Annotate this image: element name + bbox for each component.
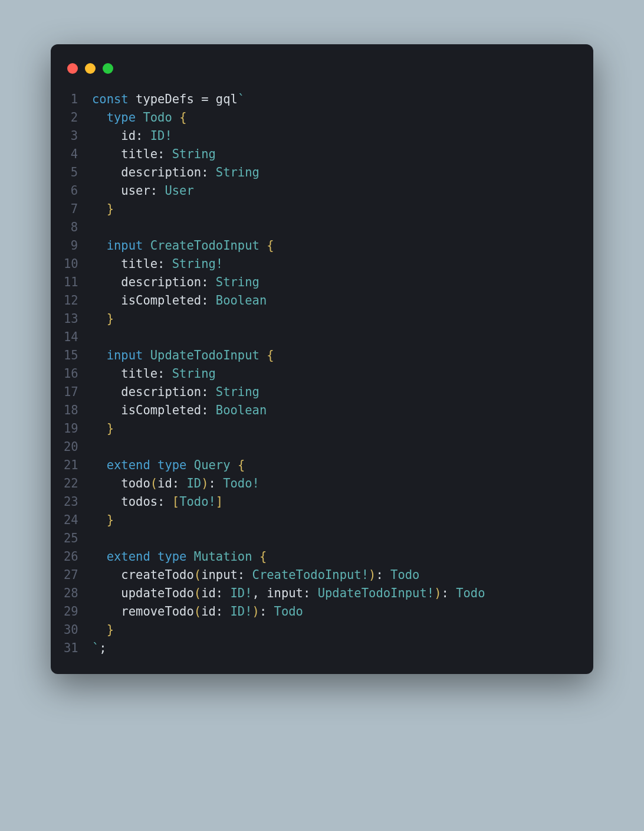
line-content: type Todo { xyxy=(92,109,580,127)
line-number: 11 xyxy=(64,273,92,292)
code-line: 3 id: ID! xyxy=(64,127,580,145)
line-number: 16 xyxy=(64,365,92,383)
code-token: description xyxy=(92,165,201,179)
code-token xyxy=(92,312,107,326)
line-content: title: String xyxy=(92,365,580,383)
code-token: Boolean xyxy=(216,403,267,417)
code-token: : xyxy=(157,495,172,509)
traffic-light-zoom-icon[interactable] xyxy=(103,63,113,74)
code-token: } xyxy=(107,421,114,436)
code-token: : xyxy=(376,568,390,582)
code-token: ; xyxy=(99,641,106,655)
code-token: ID xyxy=(186,476,201,490)
line-content: updateTodo(id: ID!, input: UpdateTodoInp… xyxy=(92,584,580,603)
code-token: { xyxy=(267,238,274,253)
code-token: ) xyxy=(369,568,376,582)
code-line: 6 user: User xyxy=(64,182,580,200)
code-token: extend xyxy=(107,549,157,564)
code-token: ID xyxy=(150,129,165,143)
line-number: 25 xyxy=(64,529,92,548)
code-token: type xyxy=(157,549,194,564)
line-number: 24 xyxy=(64,511,92,529)
code-line: 10 title: String! xyxy=(64,255,580,273)
code-line: 23 todos: [Todo!] xyxy=(64,493,580,511)
code-token: : xyxy=(157,367,172,381)
code-token: typeDefs xyxy=(136,92,201,106)
line-number: 14 xyxy=(64,328,92,346)
code-token: ! xyxy=(245,586,252,600)
line-content: } xyxy=(92,200,580,218)
code-token: } xyxy=(107,202,114,216)
code-token: UpdateTodoInput xyxy=(150,348,267,362)
code-line: 9 input CreateTodoInput { xyxy=(64,237,580,255)
code-token xyxy=(92,202,107,216)
line-number: 1 xyxy=(64,90,92,109)
line-number: 31 xyxy=(64,639,92,657)
code-token xyxy=(92,348,107,362)
code-token: updateTodo xyxy=(92,586,194,600)
code-token: title xyxy=(92,367,157,381)
code-line: 25 xyxy=(64,529,580,548)
code-line: 17 description: String xyxy=(64,383,580,401)
line-content: description: String xyxy=(92,163,580,182)
line-content: `; xyxy=(92,639,580,657)
traffic-light-close-icon[interactable] xyxy=(67,63,78,74)
code-token: Boolean xyxy=(216,293,267,307)
code-window: 1const typeDefs = gql`2 type Todo {3 id:… xyxy=(51,44,593,674)
code-token: : xyxy=(201,165,216,179)
code-line: 12 isCompleted: Boolean xyxy=(64,292,580,310)
traffic-light-minimize-icon[interactable] xyxy=(85,63,96,74)
code-token: isCompleted xyxy=(92,293,201,307)
line-content: title: String! xyxy=(92,255,580,273)
code-token: ( xyxy=(194,568,201,582)
line-content xyxy=(92,218,580,237)
code-line: 5 description: String xyxy=(64,163,580,182)
code-token: Todo xyxy=(274,604,303,619)
line-number: 5 xyxy=(64,163,92,182)
code-line: 27 createTodo(input: CreateTodoInput!): … xyxy=(64,566,580,584)
line-content: input CreateTodoInput { xyxy=(92,237,580,255)
line-content: todos: [Todo!] xyxy=(92,493,580,511)
code-token: title xyxy=(92,257,157,271)
code-token: input xyxy=(107,238,150,253)
code-token: : xyxy=(441,586,456,600)
code-token: Mutation xyxy=(194,549,259,564)
code-line: 8 xyxy=(64,218,580,237)
code-token: ) xyxy=(434,586,441,600)
code-token: } xyxy=(107,513,114,527)
code-token: Todo xyxy=(390,568,419,582)
line-number: 17 xyxy=(64,383,92,401)
code-line: 19 } xyxy=(64,420,580,438)
code-token: isCompleted xyxy=(92,403,201,417)
line-number: 15 xyxy=(64,346,92,365)
code-line: 16 title: String xyxy=(64,365,580,383)
code-token: type xyxy=(107,110,143,125)
line-number: 3 xyxy=(64,127,92,145)
line-content xyxy=(92,438,580,456)
line-content: } xyxy=(92,621,580,639)
code-token: { xyxy=(267,348,274,362)
code-token: String xyxy=(172,367,216,381)
code-token: gql xyxy=(216,92,238,106)
code-token: input xyxy=(107,348,150,362)
code-token: : xyxy=(157,257,172,271)
code-token: id xyxy=(92,129,136,143)
code-line: 15 input UpdateTodoInput { xyxy=(64,346,580,365)
code-token: ID xyxy=(231,604,245,619)
code-token: : xyxy=(201,385,216,399)
code-token: : xyxy=(157,147,172,161)
code-token: ! xyxy=(362,568,369,582)
code-token: ` xyxy=(238,92,245,106)
code-token: Todo xyxy=(143,110,179,125)
code-token: title xyxy=(92,147,157,161)
code-token: , xyxy=(252,586,267,600)
code-token xyxy=(92,238,107,253)
code-line: 21 extend type Query { xyxy=(64,456,580,475)
line-content: } xyxy=(92,310,580,328)
line-content: const typeDefs = gql` xyxy=(92,90,580,109)
code-token: String xyxy=(216,165,259,179)
code-token xyxy=(92,458,107,472)
line-content: extend type Query { xyxy=(92,456,580,475)
code-token: : xyxy=(216,586,231,600)
code-token: ! xyxy=(252,476,259,490)
